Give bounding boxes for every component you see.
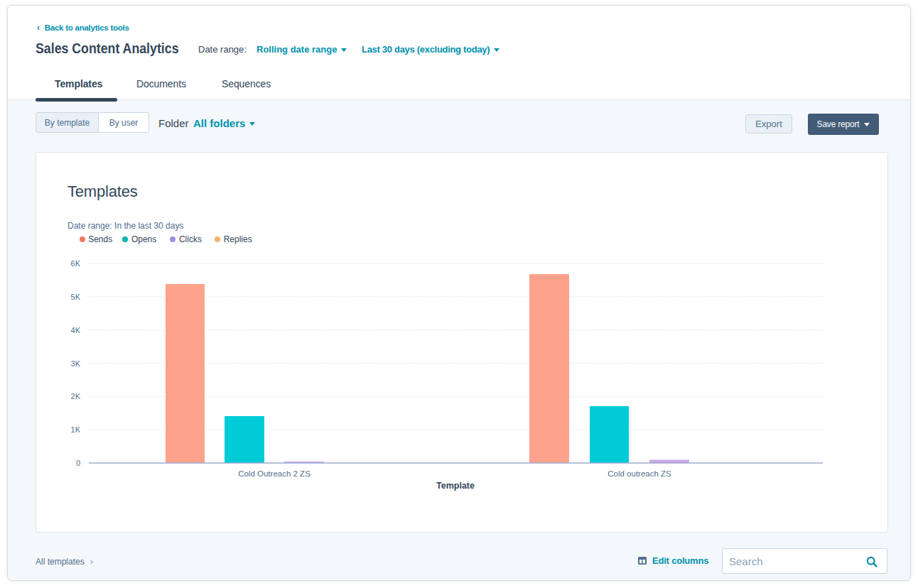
svg-text:6K: 6K [71, 259, 81, 268]
svg-text:2K: 2K [71, 392, 81, 401]
svg-text:Template: Template [436, 481, 475, 491]
svg-text:4K: 4K [71, 326, 81, 334]
svg-text:3K: 3K [71, 359, 81, 368]
svg-text:0: 0 [76, 459, 80, 467]
svg-text:Cold Outreach 2 ZS: Cold Outreach 2 ZS [238, 469, 310, 478]
svg-text:Cold outreach ZS: Cold outreach ZS [608, 469, 671, 478]
svg-text:1K: 1K [71, 425, 81, 434]
svg-text:5K: 5K [71, 293, 81, 301]
